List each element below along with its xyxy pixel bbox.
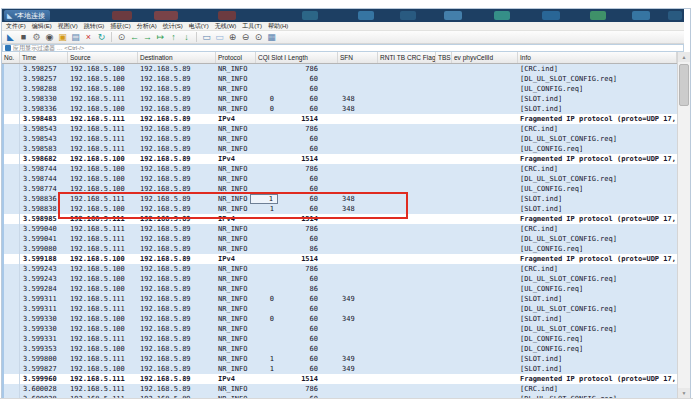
menu-item-edit[interactable]: 编辑(E) — [32, 22, 52, 30]
cell-info: [CRC.ind] — [518, 224, 677, 234]
column-header-rnti-tb-crc-flag[interactable]: RNTI TB CRC Flag — [378, 52, 436, 63]
cell-source: 192.168.5.100 — [68, 314, 138, 324]
column-header-time[interactable]: Time — [20, 52, 68, 63]
cell-time: 3.598774 — [20, 184, 68, 194]
packet-row[interactable]: 3.598330192.168.5.111192.168.5.89NR_INFO… — [4, 94, 677, 104]
packet-row[interactable]: 3.599311192.168.5.111192.168.5.89NR_INFO… — [4, 304, 677, 314]
vertical-scrollbar[interactable]: ▲ ▼ — [677, 52, 690, 398]
column-header-tbs[interactable]: TBS — [436, 52, 452, 63]
column-header-info[interactable]: Info — [518, 52, 677, 63]
filter-bookmark-icon[interactable] — [5, 45, 11, 51]
packet-row[interactable]: 3.598257192.168.5.100192.168.5.89NR_INFO… — [4, 74, 677, 84]
packet-row[interactable]: 3.598336192.168.5.100192.168.5.89NR_INFO… — [4, 104, 677, 114]
display-filter-input[interactable] — [13, 45, 683, 51]
cell-protocol: NR_INFO — [216, 284, 256, 294]
menu-item-file[interactable]: 文件(F) — [6, 22, 26, 30]
column-header-no-[interactable]: No. — [2, 52, 20, 63]
packet-row[interactable]: 3.599353192.168.5.100192.168.5.89NR_INFO… — [4, 344, 677, 354]
menu-item-statistics[interactable]: 统计(S) — [163, 22, 183, 30]
menu-item-telephony[interactable]: 电话(Y) — [189, 22, 209, 30]
menu-item-help[interactable]: 帮助(H) — [268, 22, 288, 30]
cell-destination: 192.168.5.89 — [138, 274, 216, 284]
packet-row[interactable]: 3.599330192.168.5.100192.168.5.89NR_INFO… — [4, 324, 677, 334]
packet-row[interactable]: 3.598774192.168.5.100192.168.5.89NR_INFO… — [4, 184, 677, 194]
menu-item-analyze[interactable]: 分析(A) — [137, 22, 157, 30]
packet-row[interactable]: 3.599040192.168.5.111192.168.5.89NR_INFO… — [4, 224, 677, 234]
packet-row[interactable]: 3.599960192.168.5.111192.168.5.89IPv4151… — [4, 374, 677, 384]
column-header-protocol[interactable]: Protocol — [216, 52, 256, 63]
packet-row[interactable]: 3.599188192.168.5.100192.168.5.89IPv4151… — [4, 254, 677, 264]
cell-sfn — [338, 134, 378, 144]
go-first-icon[interactable]: ↑ — [168, 32, 179, 43]
column-header-destination[interactable]: Destination — [138, 52, 216, 63]
stop-capture-icon[interactable]: ■ — [18, 32, 29, 43]
packet-row[interactable]: 3.598483192.168.5.111192.168.5.89IPv4151… — [4, 114, 677, 124]
menu-item-go[interactable]: 跳转(G) — [84, 22, 105, 30]
packet-row[interactable]: 3.599284192.168.5.100192.168.5.89NR_INFO… — [4, 284, 677, 294]
go-forward-icon[interactable]: → — [142, 32, 153, 43]
cell-info: [CRC.ind] — [518, 384, 677, 394]
colorize-icon[interactable]: ▭ — [214, 32, 225, 43]
packet-row[interactable]: 3.598985192.168.5.111192.168.5.89IPv4151… — [4, 214, 677, 224]
packet-row[interactable]: 3.598288192.168.5.100192.168.5.89NR_INFO… — [4, 84, 677, 94]
column-header-cqi-slot-i-length[interactable]: CQI Slot I Length — [256, 52, 338, 63]
go-back-icon[interactable]: ← — [129, 32, 140, 43]
packet-row[interactable]: 3.599041192.168.5.111192.168.5.89NR_INFO… — [4, 234, 677, 244]
packet-row[interactable]: 3.598583192.168.5.111192.168.5.89NR_INFO… — [4, 144, 677, 154]
packet-row[interactable]: 3.599331192.168.5.111192.168.5.89NR_INFO… — [4, 334, 677, 344]
close-capture-icon[interactable]: × — [83, 32, 94, 43]
cell-empty — [378, 104, 518, 114]
scrollbar-thumb[interactable] — [679, 64, 689, 106]
menu-item-capture[interactable]: 捕获(C) — [110, 22, 130, 30]
packet-row[interactable]: 3.598744192.168.5.100192.168.5.89NR_INFO… — [4, 174, 677, 184]
reload-icon[interactable]: ↻ — [96, 32, 107, 43]
packet-row[interactable]: 3.599243192.168.5.100192.168.5.89NR_INFO… — [4, 264, 677, 274]
cell-protocol: NR_INFO — [216, 354, 256, 364]
packet-row[interactable]: 3.599800192.168.5.111192.168.5.89NR_INFO… — [4, 354, 677, 364]
cell-time: 3.599960 — [20, 374, 68, 384]
zoom-out-icon[interactable]: ⊖ — [240, 32, 251, 43]
cell-empty — [378, 234, 518, 244]
packet-row[interactable]: 3.600028192.168.5.111192.168.5.89NR_INFO… — [4, 384, 677, 394]
packet-row[interactable]: 3.599243192.168.5.100192.168.5.89NR_INFO… — [4, 274, 677, 284]
menu-item-view[interactable]: 视图(V) — [58, 22, 78, 30]
find-packet-icon[interactable]: ⊙ — [116, 32, 127, 43]
autoscroll-icon[interactable]: ▭ — [201, 32, 212, 43]
packet-row[interactable]: 3.599080192.168.5.111192.168.5.89NR_INFO… — [4, 244, 677, 254]
cell-empty — [378, 324, 518, 334]
column-header-source[interactable]: Source — [68, 52, 138, 63]
packet-row[interactable]: 3.598836192.168.5.111192.168.5.89NR_INFO… — [4, 194, 677, 204]
packet-row[interactable]: 3.598682192.168.5.100192.168.5.89IPv4151… — [4, 154, 677, 164]
save-file-icon[interactable]: ▤ — [70, 32, 81, 43]
menu-item-wireless[interactable]: 无线(W) — [215, 22, 237, 30]
packet-row[interactable]: 3.598838192.168.5.100192.168.5.89NR_INFO… — [4, 204, 677, 214]
cell-length: 60 — [278, 274, 338, 284]
resize-columns-icon[interactable]: ▦ — [266, 32, 277, 43]
packet-row[interactable]: 3.599330192.168.5.100192.168.5.89NR_INFO… — [4, 314, 677, 324]
title-bar[interactable]: ◣ *本地连接 — [2, 9, 684, 22]
cell-destination: 192.168.5.89 — [138, 384, 216, 394]
cell-length: 786 — [278, 164, 338, 174]
packet-row[interactable]: 3.598257192.168.5.100192.168.5.89NR_INFO… — [4, 64, 677, 74]
packet-row[interactable]: 3.598543192.168.5.111192.168.5.89NR_INFO… — [4, 124, 677, 134]
packet-row[interactable]: 3.599311192.168.5.111192.168.5.89NR_INFO… — [4, 294, 677, 304]
column-header-sfn[interactable]: SFN — [338, 52, 378, 63]
menu-item-tools[interactable]: 工具(T) — [242, 22, 262, 30]
scroll-down-icon[interactable]: ▼ — [678, 388, 690, 398]
packet-row[interactable]: 3.598543192.168.5.111192.168.5.89NR_INFO… — [4, 134, 677, 144]
zoom-reset-icon[interactable]: ⊙ — [253, 32, 264, 43]
go-last-icon[interactable]: ↓ — [181, 32, 192, 43]
packet-row[interactable]: 3.598744192.168.5.100192.168.5.89NR_INFO… — [4, 164, 677, 174]
open-file-icon[interactable]: ▣ — [57, 32, 68, 43]
window-tab[interactable]: ◣ *本地连接 — [4, 10, 50, 21]
capture-options-icon[interactable]: ⚙ — [31, 32, 42, 43]
start-capture-icon[interactable]: ◣ — [5, 32, 16, 43]
cell-time: 3.599041 — [20, 234, 68, 244]
go-to-packet-icon[interactable]: ↦ — [155, 32, 166, 43]
packet-row[interactable]: 3.599827192.168.5.100192.168.5.89NR_INFO… — [4, 364, 677, 374]
scroll-up-icon[interactable]: ▲ — [678, 52, 690, 62]
column-header-ev-phyvcellid[interactable]: ev phyvCellId — [452, 52, 518, 63]
zoom-in-icon[interactable]: ⊕ — [227, 32, 238, 43]
cell-destination: 192.168.5.89 — [138, 364, 216, 374]
restart-capture-icon[interactable]: ◉ — [44, 32, 55, 43]
